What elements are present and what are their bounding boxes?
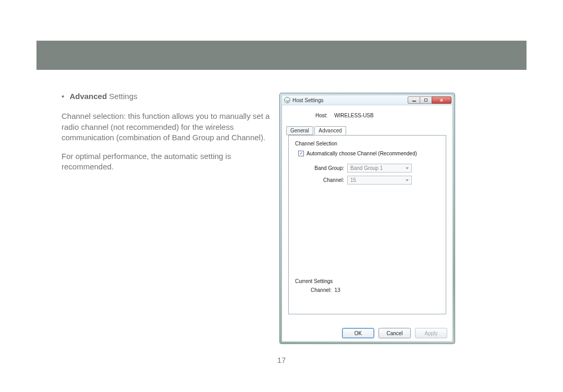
window-buttons: × — [408, 96, 451, 104]
host-line: Host: WIRELESS-USB — [315, 113, 446, 118]
bullet-icon: • — [62, 92, 64, 101]
tabstrip: General Advanced — [286, 126, 446, 135]
host-value: WIRELESS-USB — [334, 113, 374, 118]
page-number: 17 — [0, 356, 563, 364]
current-settings-title: Current Settings — [295, 278, 340, 284]
maximize-button[interactable] — [420, 96, 432, 104]
tab-general[interactable]: General — [286, 126, 313, 135]
auto-channel-checkbox[interactable]: ✓ — [298, 151, 304, 156]
dialog-body: Host: WIRELESS-USB General Advanced Chan… — [282, 105, 453, 342]
close-icon: × — [440, 97, 443, 103]
document-text-block: • Advanced Settings Channel selection: t… — [62, 91, 270, 181]
titlebar[interactable]: Host Settings × — [282, 95, 453, 105]
current-channel-value: 13 — [335, 287, 340, 293]
current-settings-block: Current Settings Channel: 13 — [295, 278, 340, 293]
window-title: Host Settings — [292, 97, 408, 103]
band-group-dropdown[interactable]: Band Group 1 — [347, 164, 412, 173]
heading-bold: Advanced — [69, 92, 107, 101]
current-channel-label: Channel: — [311, 287, 332, 293]
minimize-button[interactable] — [408, 96, 420, 104]
band-group-label: Band Group: — [311, 165, 344, 171]
channel-dropdown[interactable]: 15 — [347, 176, 412, 185]
paragraph-2: For optimal performance, the automatic s… — [62, 151, 270, 173]
app-icon — [284, 97, 290, 103]
close-button[interactable]: × — [432, 96, 451, 104]
channel-row: Channel: 15 — [311, 176, 439, 185]
tab-panel-advanced: Channel Selection ✓ Automatically choose… — [288, 135, 446, 314]
header-band — [36, 41, 527, 70]
band-group-row: Band Group: Band Group 1 — [311, 164, 439, 173]
ok-button[interactable]: OK — [342, 328, 374, 338]
section-heading: • Advanced Settings — [62, 91, 270, 102]
channel-label: Channel: — [311, 177, 344, 183]
heading-rest: Settings — [107, 92, 137, 101]
current-channel-row: Channel: 13 — [311, 287, 340, 293]
auto-channel-label: Automatically choose Channel (Recommende… — [307, 151, 417, 156]
cancel-button[interactable]: Cancel — [378, 328, 411, 338]
channel-selection-title: Channel Selection — [295, 141, 439, 146]
dialog-button-row: OK Cancel Apply — [282, 328, 452, 338]
apply-button[interactable]: Apply — [415, 328, 447, 338]
auto-channel-row[interactable]: ✓ Automatically choose Channel (Recommen… — [298, 151, 439, 156]
host-label: Host: — [315, 113, 327, 118]
tab-advanced[interactable]: Advanced — [314, 126, 346, 135]
paragraph-1: Channel selection: this function allows … — [62, 111, 270, 143]
host-settings-dialog: Host Settings × Host: WIRELESS-USB Gener… — [279, 93, 455, 344]
